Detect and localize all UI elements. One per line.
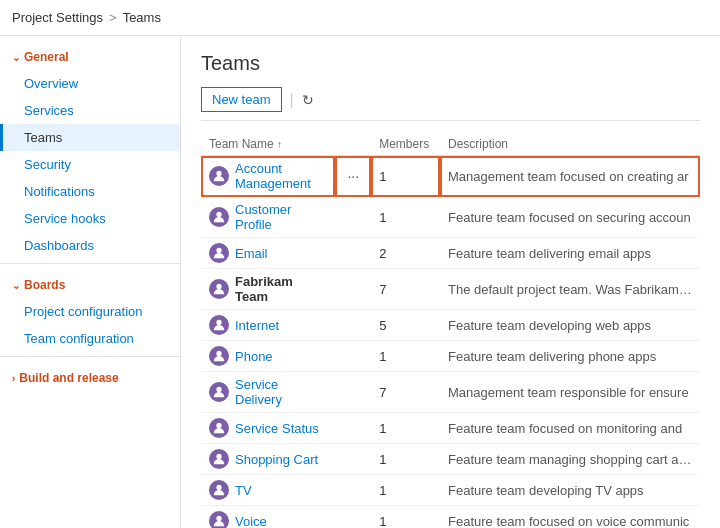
sidebar-general-items: OverviewServicesTeamsSecurityNotificatio… [0,70,180,259]
team-name-link[interactable]: Voice [235,514,267,529]
team-description: Management team responsible for ensure [440,372,700,413]
build-section-label: Build and release [19,371,118,385]
team-members-count: 5 [371,310,440,341]
teams-table: Team Name ↑ Members Description Account … [201,133,700,528]
sidebar-section-general-header[interactable]: ⌄ General [0,44,180,70]
table-row[interactable]: Email2Feature team delivering email apps [201,238,700,269]
svg-point-4 [216,320,221,325]
team-description: Management team focused on creating ar [440,156,700,197]
table-row[interactable]: Shopping Cart1Feature team managing shop… [201,444,700,475]
team-icon [209,166,229,186]
team-name-link[interactable]: Account Management [235,161,327,191]
chevron-right-icon: › [12,373,15,384]
page-title: Teams [201,52,700,75]
refresh-button[interactable]: ↻ [302,92,314,108]
team-name-link[interactable]: Phone [235,349,273,364]
sidebar-section-boards: ⌄ Boards Project configurationTeam confi… [0,272,180,352]
team-members-count: 1 [371,197,440,238]
team-description: Feature team developing TV apps [440,475,700,506]
chevron-down-icon: ⌄ [12,52,20,63]
team-members-count: 7 [371,372,440,413]
svg-point-8 [216,454,221,459]
sidebar-section-build: › Build and release [0,365,180,391]
team-icon [209,207,229,227]
teams-tbody: Account Management···1Management team fo… [201,156,700,529]
more-actions-button[interactable]: ··· [343,168,363,184]
table-row[interactable]: TV1Feature team developing TV apps [201,475,700,506]
sidebar-item-overview[interactable]: Overview [0,70,180,97]
table-row[interactable]: Phone1Feature team delivering phone apps [201,341,700,372]
chevron-down-icon-2: ⌄ [12,280,20,291]
table-row[interactable]: Voice1Feature team focused on voice comm… [201,506,700,529]
team-icon [209,511,229,528]
svg-point-3 [216,284,221,289]
sidebar-item-dashboards[interactable]: Dashboards [0,232,180,259]
sidebar-item-notifications[interactable]: Notifications [0,178,180,205]
team-name-link[interactable]: Fabrikam Team [235,274,327,304]
table-row[interactable]: Internet5Feature team developing web app… [201,310,700,341]
top-bar: Project Settings > Teams [0,0,720,36]
team-icon [209,279,229,299]
team-members-count: 1 [371,475,440,506]
team-icon [209,480,229,500]
table-row[interactable]: Service Status1Feature team focused on m… [201,413,700,444]
team-members-count: 1 [371,156,440,197]
team-name-link[interactable]: Customer Profile [235,202,327,232]
sidebar-section-boards-header[interactable]: ⌄ Boards [0,272,180,298]
team-name-link[interactable]: Internet [235,318,279,333]
team-name-link[interactable]: Service Status [235,421,319,436]
sidebar-divider-2 [0,356,180,357]
svg-point-10 [216,516,221,521]
team-name-link[interactable]: TV [235,483,252,498]
team-description: The default project team. Was Fabrikam F… [440,269,700,310]
svg-point-0 [216,171,221,176]
table-row[interactable]: Account Management···1Management team fo… [201,156,700,197]
team-icon [209,243,229,263]
main-layout: ⌄ General OverviewServicesTeamsSecurityN… [0,36,720,528]
table-row[interactable]: Customer Profile1Feature team focused on… [201,197,700,238]
team-description: Feature team delivering email apps [440,238,700,269]
team-description: Feature team developing web apps [440,310,700,341]
svg-point-7 [216,423,221,428]
sidebar-item-service-hooks[interactable]: Service hooks [0,205,180,232]
svg-point-1 [216,212,221,217]
team-description: Feature team focused on monitoring and [440,413,700,444]
sidebar-item-project-config[interactable]: Project configuration [0,298,180,325]
svg-point-9 [216,485,221,490]
new-team-button[interactable]: New team [201,87,282,112]
sort-icon: ↑ [277,139,282,150]
team-name-link[interactable]: Service Delivery [235,377,327,407]
sidebar-item-security[interactable]: Security [0,151,180,178]
sidebar-boards-items: Project configurationTeam configuration [0,298,180,352]
breadcrumb-current: Teams [123,10,161,25]
svg-point-5 [216,351,221,356]
breadcrumb-project[interactable]: Project Settings [12,10,103,25]
sidebar-item-teams[interactable]: Teams [0,124,180,151]
general-section-label: General [24,50,69,64]
sidebar: ⌄ General OverviewServicesTeamsSecurityN… [0,36,181,528]
team-description: Feature team focused on securing accoun [440,197,700,238]
team-members-count: 1 [371,506,440,529]
svg-point-6 [216,387,221,392]
team-description: Feature team managing shopping cart app [440,444,700,475]
team-icon [209,346,229,366]
team-name-link[interactable]: Email [235,246,268,261]
team-icon [209,449,229,469]
sidebar-item-services[interactable]: Services [0,97,180,124]
team-members-count: 1 [371,444,440,475]
team-icon [209,382,229,402]
sidebar-section-general: ⌄ General OverviewServicesTeamsSecurityN… [0,44,180,259]
col-members: Members [371,133,440,156]
team-icon [209,315,229,335]
col-actions [335,133,371,156]
team-description: Feature team focused on voice communic [440,506,700,529]
sidebar-item-team-config[interactable]: Team configuration [0,325,180,352]
table-row[interactable]: Fabrikam Team7The default project team. … [201,269,700,310]
boards-section-label: Boards [24,278,65,292]
sidebar-section-build-header[interactable]: › Build and release [0,365,180,391]
breadcrumb-separator: > [109,10,117,25]
team-name-link[interactable]: Shopping Cart [235,452,318,467]
toolbar: New team | ↻ [201,87,700,121]
table-row[interactable]: Service Delivery7Management team respons… [201,372,700,413]
team-members-count: 7 [371,269,440,310]
